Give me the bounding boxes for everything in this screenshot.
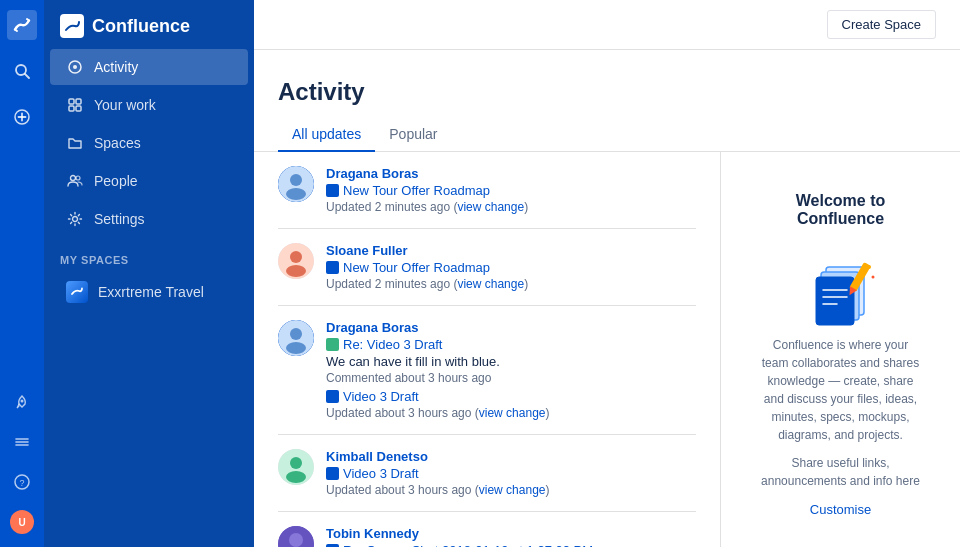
main-body: Dragana Boras New Tour Offer Roadmap Upd… <box>254 152 960 547</box>
activity-content: Tobin Kennedy Re: Screen Shot 2018-01-19… <box>326 526 696 547</box>
activity-author[interactable]: Kimball Denetso <box>326 449 696 464</box>
activity-meta: Updated 2 minutes ago (view change) <box>326 277 696 291</box>
icon-bar: ? U <box>0 0 44 547</box>
activity-author[interactable]: Dragana Boras <box>326 320 696 335</box>
settings-nav-icon <box>66 210 84 228</box>
avatar <box>278 320 314 356</box>
activity-link: New Tour Offer Roadmap <box>326 183 696 198</box>
sidebar-item-settings[interactable]: Settings <box>50 201 248 237</box>
activity-label: Activity <box>94 59 138 75</box>
avatar <box>278 526 314 547</box>
svg-point-21 <box>290 174 302 186</box>
tab-all-updates[interactable]: All updates <box>278 118 375 152</box>
activity-author[interactable]: Dragana Boras <box>326 166 696 181</box>
activity-item: Dragana Boras New Tour Offer Roadmap Upd… <box>254 152 720 228</box>
view-change-link[interactable]: view change <box>479 406 546 420</box>
activity-meta: Updated 2 minutes ago (view change) <box>326 200 696 214</box>
svg-point-30 <box>290 457 302 469</box>
page-title: Activity <box>278 78 936 106</box>
svg-point-19 <box>73 217 78 222</box>
svg-rect-14 <box>76 99 81 104</box>
activity-author[interactable]: Tobin Kennedy <box>326 526 696 541</box>
page-icon <box>326 467 339 480</box>
rocket-icon-btn[interactable] <box>7 387 37 417</box>
activity-author[interactable]: Sloane Fuller <box>326 243 696 258</box>
svg-point-18 <box>76 176 80 180</box>
page-icon <box>326 184 339 197</box>
sidebar-item-activity[interactable]: Activity <box>50 49 248 85</box>
help-icon-btn[interactable]: ? <box>7 467 37 497</box>
page-icon <box>326 390 339 403</box>
secondary-meta: Updated about 3 hours ago (view change) <box>326 406 696 420</box>
activity-link-text[interactable]: Re: Video 3 Draft <box>343 337 442 352</box>
activity-meta: Updated about 3 hours ago (view change) <box>326 483 696 497</box>
activity-link-text[interactable]: New Tour Offer Roadmap <box>343 260 490 275</box>
sidebar-item-people[interactable]: People <box>50 163 248 199</box>
sidebar-item-your-work[interactable]: Your work <box>50 87 248 123</box>
user-avatar-icon[interactable]: U <box>7 507 37 537</box>
space-avatar <box>66 281 88 303</box>
activity-feed: Dragana Boras New Tour Offer Roadmap Upd… <box>254 152 720 547</box>
activity-link-text[interactable]: New Tour Offer Roadmap <box>343 183 490 198</box>
view-change-link[interactable]: view change <box>457 277 524 291</box>
activity-meta: Commented about 3 hours ago <box>326 371 696 385</box>
activity-content: Dragana Boras New Tour Offer Roadmap Upd… <box>326 166 696 214</box>
activity-link-text[interactable]: Video 3 Draft <box>343 466 419 481</box>
activity-item: Kimball Denetso Video 3 Draft Updated ab… <box>254 435 720 511</box>
top-action-bar: Create Space <box>254 0 960 50</box>
activity-link-text[interactable]: Re: Screen Shot 2018-01-19 at 1.37.03 PM… <box>343 543 618 547</box>
svg-rect-15 <box>69 106 74 111</box>
spaces-label: Spaces <box>94 135 141 151</box>
svg-point-12 <box>73 65 77 69</box>
sidebar: Confluence Activity Your work <box>44 0 254 547</box>
customise-link[interactable]: Customise <box>810 502 871 517</box>
activity-nav-icon <box>66 58 84 76</box>
svg-point-50 <box>871 276 874 279</box>
view-change-link[interactable]: view change <box>479 483 546 497</box>
main-content: Create Space Activity All updates Popula… <box>254 0 960 547</box>
sidebar-space-exxrtreme[interactable]: Exxrtreme Travel <box>50 273 248 311</box>
welcome-text-2: Share useful links, announcements and in… <box>761 454 920 490</box>
your-work-nav-icon <box>66 96 84 114</box>
space-name: Exxrtreme Travel <box>98 284 204 300</box>
welcome-panel: Welcome to Confluence <box>720 152 960 547</box>
svg-text:?: ? <box>20 478 25 488</box>
spaces-nav-icon <box>66 134 84 152</box>
sidebar-item-spaces[interactable]: Spaces <box>50 125 248 161</box>
people-nav-icon <box>66 172 84 190</box>
avatar <box>278 166 314 202</box>
page-icon <box>326 261 339 274</box>
sidebar-nav: Activity Your work Spaces <box>44 48 254 238</box>
svg-point-27 <box>290 328 302 340</box>
welcome-text-1: Confluence is where your team collaborat… <box>761 336 920 444</box>
add-icon-btn[interactable] <box>7 102 37 132</box>
svg-rect-13 <box>69 99 74 104</box>
your-work-label: Your work <box>94 97 156 113</box>
create-space-button[interactable]: Create Space <box>827 10 937 39</box>
activity-link: Re: Video 3 Draft <box>326 337 696 352</box>
list-icon-btn[interactable] <box>7 427 37 457</box>
activity-body: We can have it fill in with blue. <box>326 354 696 369</box>
view-change-link[interactable]: view change <box>457 200 524 214</box>
search-icon-btn[interactable] <box>7 56 37 86</box>
svg-point-24 <box>290 251 302 263</box>
svg-rect-16 <box>76 106 81 111</box>
blog-icon <box>326 338 339 351</box>
svg-rect-43 <box>816 277 854 325</box>
avatar <box>278 449 314 485</box>
welcome-content: Welcome to Confluence <box>741 172 940 538</box>
activity-item: Sloane Fuller New Tour Offer Roadmap Upd… <box>254 229 720 305</box>
svg-point-17 <box>71 176 76 181</box>
people-label: People <box>94 173 138 189</box>
svg-line-1 <box>25 74 29 78</box>
secondary-link-text[interactable]: Video 3 Draft <box>343 389 419 404</box>
avatar <box>278 243 314 279</box>
confluence-logo <box>60 14 84 38</box>
activity-item: Dragana Boras Re: Video 3 Draft We can h… <box>254 306 720 434</box>
activity-content: Kimball Denetso Video 3 Draft Updated ab… <box>326 449 696 497</box>
svg-point-5 <box>21 400 24 403</box>
app-logo-icon[interactable] <box>7 10 37 40</box>
tab-popular[interactable]: Popular <box>375 118 451 152</box>
svg-point-22 <box>286 188 306 200</box>
secondary-link: Video 3 Draft <box>326 389 696 404</box>
